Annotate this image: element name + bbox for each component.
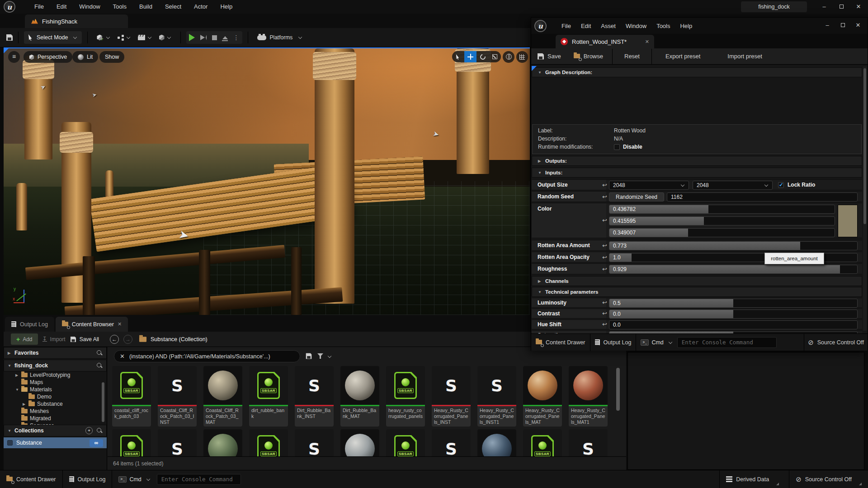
minimize-button[interactable]: – (816, 0, 833, 13)
collection-item-substance[interactable]: Substance ∞ (4, 437, 107, 448)
rotten-area-amount-slider[interactable]: 0.773 (609, 241, 858, 250)
color-g-slider[interactable]: 0.415595 (609, 216, 835, 225)
clear-search-icon[interactable]: ✕ (120, 353, 125, 360)
console-command-input[interactable]: Enter Console Command (677, 337, 777, 348)
color-r-slider[interactable]: 0.436782 (609, 205, 835, 214)
asset-tile[interactable]: S Coastal_Cliff_Rock_Patch_03_INST (158, 366, 197, 427)
tab-fishingshack[interactable]: FishingShack (25, 14, 128, 28)
collection-checkbox[interactable] (7, 440, 13, 446)
menu-edit[interactable]: Edit (50, 0, 73, 14)
play-options-button[interactable]: ⋮ (233, 34, 240, 41)
asset-tile[interactable]: Dirt_Rubble_Bank_MAT (340, 366, 379, 427)
content-drawer-button[interactable]: Content Drawer (531, 334, 590, 351)
browse-button[interactable]: Browse (567, 53, 609, 60)
color-swatch[interactable] (838, 205, 858, 237)
tab-content-browser[interactable]: Content Browser ✕ (56, 317, 128, 332)
substance-menu-tools[interactable]: Tools (651, 23, 675, 29)
rotate-tool-button[interactable] (476, 51, 489, 62)
seed-value-field[interactable]: 1162 (667, 192, 858, 202)
substance-menu-help[interactable]: Help (675, 23, 697, 29)
color-b-slider[interactable]: 0.349007 (609, 228, 835, 237)
asset-tile[interactable]: SBSAR dirt_rubble_bank (249, 366, 288, 427)
back-button[interactable]: ← (110, 335, 119, 344)
cmd-dropdown[interactable]: >_ Cmd (636, 334, 677, 351)
params-scrollbar[interactable] (863, 66, 867, 331)
menu-window[interactable]: Window (73, 0, 106, 14)
project-section[interactable]: ▼ fishing_dock (4, 360, 107, 371)
platforms-dropdown[interactable]: Platforms (254, 34, 307, 41)
filter-icon[interactable] (317, 353, 323, 359)
asset-tile[interactable]: SBSAR coastal_cliff_rock_patch_03 (112, 366, 151, 427)
favorites-section[interactable]: ▶ Favorites (4, 347, 107, 359)
menu-select[interactable]: Select (159, 0, 188, 14)
lit-mode-dropdown[interactable]: Lit (72, 51, 98, 63)
viewport-canvas[interactable]: ➤ ➤ ➤ ➤ x y ≡ Perspective Lit Show (4, 47, 530, 315)
graph-description-header[interactable]: ▼ Graph Description: (532, 67, 862, 77)
cmd-dropdown[interactable]: >_ Cmd (112, 470, 156, 488)
asset-search-bar[interactable]: ✕ (instance) AND (Path:'/All/Game/Materi… (114, 350, 300, 362)
add-actor-dropdown[interactable]: + (93, 33, 113, 42)
scale-tool-button[interactable] (489, 51, 501, 62)
menu-actor[interactable]: Actor (188, 0, 214, 14)
play-button[interactable] (189, 34, 195, 41)
search-icon[interactable] (97, 350, 103, 356)
substance-menu-asset[interactable]: Asset (596, 23, 621, 29)
save-all-button[interactable]: Save All (70, 336, 99, 343)
revert-icon[interactable]: ↩ (602, 321, 607, 328)
tab-output-log[interactable]: Output Log (5, 317, 54, 332)
eject-button[interactable] (222, 36, 228, 39)
disable-checkbox[interactable] (614, 144, 620, 150)
source-control-button[interactable]: ⊘ Source Control Off (789, 470, 868, 488)
import-button[interactable]: ↧ Import (42, 336, 66, 343)
viewport-options-button[interactable]: ≡ (8, 51, 20, 63)
close-button[interactable]: ✕ (850, 19, 866, 31)
breadcrumb[interactable]: Substance (Collection) (151, 336, 208, 343)
forward-button[interactable]: → (123, 335, 132, 344)
menu-help[interactable]: Help (214, 0, 239, 14)
output-log-button[interactable]: Output Log (63, 470, 112, 488)
close-button[interactable]: ✕ (850, 0, 867, 13)
asset-tile[interactable]: SBSAR heavy_rusty_corrugated_panels (386, 366, 425, 427)
asset-grid-scrollbar[interactable] (616, 368, 620, 411)
search-icon[interactable] (97, 363, 103, 369)
maximize-button[interactable] (835, 19, 850, 31)
stop-button[interactable] (212, 35, 217, 40)
inputs-section-header[interactable]: ▼ Inputs: (532, 168, 862, 178)
asset-tile[interactable]: Heavy_Rusty_Corrugated_Panels_MAT (523, 366, 562, 427)
luminosity-slider[interactable]: 0.5 (609, 299, 858, 308)
save-search-icon[interactable] (306, 353, 311, 359)
add-collection-button[interactable]: + (85, 427, 93, 434)
revert-icon[interactable]: ↩ (602, 254, 607, 261)
randomize-seed-button[interactable]: Randomize Seed (609, 192, 664, 202)
save-level-icon[interactable] (6, 34, 13, 41)
asset-tile[interactable]: Heavy_Rusty_Corrugated_Panels_MAT1 (569, 366, 608, 427)
asset-tile[interactable]: Coastal_Cliff_Rock_Patch_03_MAT (203, 366, 242, 427)
revert-icon[interactable]: ↩ (602, 217, 607, 224)
import-preset-button[interactable]: Import preset (714, 53, 776, 60)
channels-section-header[interactable]: ▶ Channels (532, 276, 862, 286)
frame-skip-button[interactable] (200, 35, 207, 40)
asset-tile[interactable]: S Heavy_Rusty_Corrugated_Panels_INST (432, 366, 471, 427)
cinematics-dropdown[interactable] (134, 35, 156, 40)
substance-menu-edit[interactable]: Edit (576, 23, 596, 29)
add-button[interactable]: + Add (11, 333, 38, 345)
surface-snap-button[interactable] (516, 51, 528, 63)
perspective-dropdown[interactable]: Perspective (24, 51, 72, 63)
coordinate-space-button[interactable] (503, 51, 514, 63)
menu-file[interactable]: File (28, 0, 50, 14)
blueprints-dropdown[interactable] (114, 35, 134, 40)
maximize-button[interactable] (833, 0, 850, 13)
tree-item-demo[interactable]: Demo (4, 393, 107, 400)
source-control-button[interactable]: ⊘ Source Control Off (804, 334, 868, 351)
tree-item-maps[interactable]: Maps (4, 379, 107, 386)
output-size-x-select[interactable]: 2048 (609, 181, 689, 190)
output-log-button[interactable]: Output Log (590, 334, 636, 351)
revert-icon[interactable]: ↩ (602, 299, 607, 306)
close-tab-icon[interactable]: ✕ (645, 39, 649, 45)
tree-item-sequence[interactable]: Sequence (4, 422, 107, 425)
console-command-input[interactable]: Enter Console Command (157, 474, 241, 485)
substance-menu-window[interactable]: Window (621, 23, 651, 29)
search-icon[interactable] (97, 428, 103, 434)
sidebar-scrollbar[interactable] (102, 382, 104, 422)
close-tab-icon[interactable]: ✕ (118, 321, 122, 327)
